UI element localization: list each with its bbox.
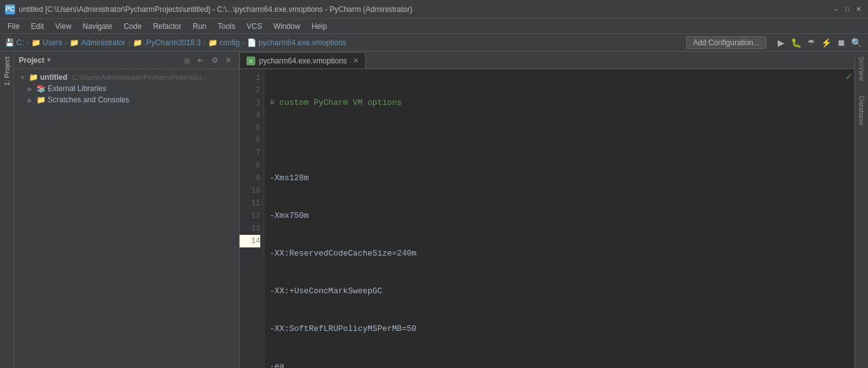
tab-bar: v pycharm64.exe.vmoptions ✕ <box>240 51 854 69</box>
sidebar-title: Project ▾ <box>19 56 51 65</box>
menu-window[interactable]: Window <box>268 21 305 32</box>
sciview-tab[interactable]: SciView <box>855 51 868 86</box>
menu-tools[interactable]: Tools <box>213 21 240 32</box>
code-content[interactable]: # custom PyCharm VM options -Xms128m -Xm… <box>265 69 854 368</box>
close-sidebar-button[interactable]: ✕ <box>223 55 234 66</box>
editor-check-icon: ✓ <box>843 69 854 84</box>
run-button[interactable]: ▶ <box>774 36 788 50</box>
code-editor[interactable]: 1 2 3 4 5 6 7 8 9 10 11 12 13 14 # custo… <box>240 69 854 368</box>
sidebar-title-label: Project <box>19 56 45 65</box>
main-content: 1: Project Project ▾ ◎ ⇤ ⚙ ✕ ▼ 📁 untitle… <box>0 51 868 368</box>
debug-button[interactable]: 🐛 <box>789 36 803 50</box>
code-line-8: -ea <box>270 360 849 368</box>
menu-bar: File Edit View Navigate Code Refactor Ru… <box>0 19 868 34</box>
maximize-button[interactable]: □ <box>843 5 852 14</box>
expand-arrow-scratches[interactable]: ▶ <box>26 96 34 104</box>
code-line-5: -XX:ReservedCodeCacheSize=240m <box>270 247 849 260</box>
profile-button[interactable]: ⚡ <box>819 36 833 50</box>
vertical-tab-strip: 1: Project <box>0 51 14 368</box>
menu-file[interactable]: File <box>3 21 24 32</box>
breadcrumb-drive[interactable]: C: <box>16 38 24 47</box>
menu-run[interactable]: Run <box>188 21 211 32</box>
breadcrumb-administrator[interactable]: Administrator <box>81 38 125 47</box>
sidebar-header: Project ▾ ◎ ⇤ ⚙ ✕ <box>14 51 239 69</box>
stop-button[interactable]: ⏹ <box>834 36 848 50</box>
project-icon: 📁 <box>29 73 38 82</box>
menu-view[interactable]: View <box>50 21 77 32</box>
locate-file-button[interactable]: ◎ <box>181 55 193 66</box>
breadcrumb-bar: 💾 C: › 📁 Users › 📁 Administrator › 📁 .Py… <box>0 34 868 51</box>
project-name: untitled <box>40 73 67 82</box>
add-configuration-button[interactable]: Add Configuration... <box>686 36 766 49</box>
breadcrumb-file[interactable]: pycharm64.exe.vmoptions <box>258 38 346 47</box>
menu-edit[interactable]: Edit <box>26 21 49 32</box>
library-icon: 📚 <box>36 84 45 93</box>
breadcrumb-config[interactable]: config <box>220 38 240 47</box>
sidebar-header-icons: ◎ ⇤ ⚙ ✕ <box>181 55 234 66</box>
right-panel: SciView Database <box>854 51 868 368</box>
breadcrumb-users[interactable]: Users <box>43 38 62 47</box>
folder-icon-bc3: 📁 <box>133 38 142 47</box>
close-button[interactable]: ✕ <box>854 5 863 14</box>
file-icon-bc: 📄 <box>247 38 256 47</box>
title-text: untitled [C:\Users\Administrator\Pycharm… <box>19 5 413 14</box>
breadcrumb-pycharm[interactable]: .PyCharm2018.3 <box>144 38 201 47</box>
tab-file-icon: v <box>246 57 255 65</box>
code-line-1: # custom PyCharm VM options <box>270 97 849 109</box>
drive-icon: 💾 <box>5 38 14 47</box>
title-bar: PC untitled [C:\Users\Administrator\Pych… <box>0 0 868 19</box>
settings-button[interactable]: ⚙ <box>209 55 220 66</box>
code-line-2 <box>270 134 849 147</box>
scratches-label: Scratches and Consoles <box>48 95 129 104</box>
tree-item-scratches[interactable]: ▶ 📁 Scratches and Consoles <box>14 94 239 106</box>
scratches-folder-icon: 📁 <box>36 95 45 104</box>
line-numbers: 1 2 3 4 5 6 7 8 9 10 11 12 13 14 <box>240 69 265 368</box>
search-everywhere-button[interactable]: 🔍 <box>849 36 863 50</box>
project-tree: ▼ 📁 untitled C:\Users\Administrator\Pych… <box>14 69 239 368</box>
toolbar-icons: ▶ 🐛 ☂ ⚡ ⏹ 🔍 <box>774 36 863 50</box>
app-icon: PC <box>5 4 15 14</box>
menu-navigate[interactable]: Navigate <box>78 21 117 32</box>
minimize-button[interactable]: – <box>832 5 840 14</box>
editor-area: v pycharm64.exe.vmoptions ✕ 1 2 3 4 5 6 … <box>240 51 854 368</box>
sidebar: Project ▾ ◎ ⇤ ⚙ ✕ ▼ 📁 untitled C:\Users\… <box>14 51 240 368</box>
collapse-all-button[interactable]: ⇤ <box>195 55 206 66</box>
external-libraries-label: External Libraries <box>48 84 106 93</box>
code-line-6: -XX:+UseConcMarkSweepGC <box>270 285 849 298</box>
tab-label: pycharm64.exe.vmoptions <box>259 57 347 65</box>
title-bar-left: PC untitled [C:\Users\Administrator\Pych… <box>5 4 413 14</box>
code-line-7: -XX:SoftRefLRUPolicyMSPerMB=50 <box>270 323 849 335</box>
menu-refactor[interactable]: Refactor <box>148 21 186 32</box>
menu-help[interactable]: Help <box>307 21 332 32</box>
tree-item-external-libraries[interactable]: ▶ 📚 External Libraries <box>14 83 239 94</box>
sidebar-dropdown-icon[interactable]: ▾ <box>47 56 51 64</box>
window-controls[interactable]: – □ ✕ <box>832 5 863 14</box>
menu-vcs[interactable]: VCS <box>241 21 267 32</box>
expand-arrow-ext-libs[interactable]: ▶ <box>26 85 34 92</box>
tab-close-button[interactable]: ✕ <box>353 57 359 65</box>
expand-arrow-project[interactable]: ▼ <box>19 73 26 81</box>
tree-item-project[interactable]: ▼ 📁 untitled C:\Users\Administrator\Pych… <box>14 72 239 83</box>
project-path: C:\Users\Administrator\PycharmProjects\u… <box>72 73 207 81</box>
menu-code[interactable]: Code <box>119 21 147 32</box>
folder-icon-bc2: 📁 <box>70 38 78 47</box>
folder-icon-bc: 📁 <box>31 38 40 47</box>
coverage-button[interactable]: ☂ <box>804 36 818 50</box>
code-line-3: -Xms128m <box>270 172 849 185</box>
editor-tab-vmoptions[interactable]: v pycharm64.exe.vmoptions ✕ <box>240 52 366 68</box>
project-tab-strip[interactable]: 1: Project <box>1 51 13 90</box>
code-line-4: -Xmx750m <box>270 210 849 222</box>
database-tab[interactable]: Database <box>855 91 868 131</box>
folder-icon-bc4: 📁 <box>208 38 217 47</box>
